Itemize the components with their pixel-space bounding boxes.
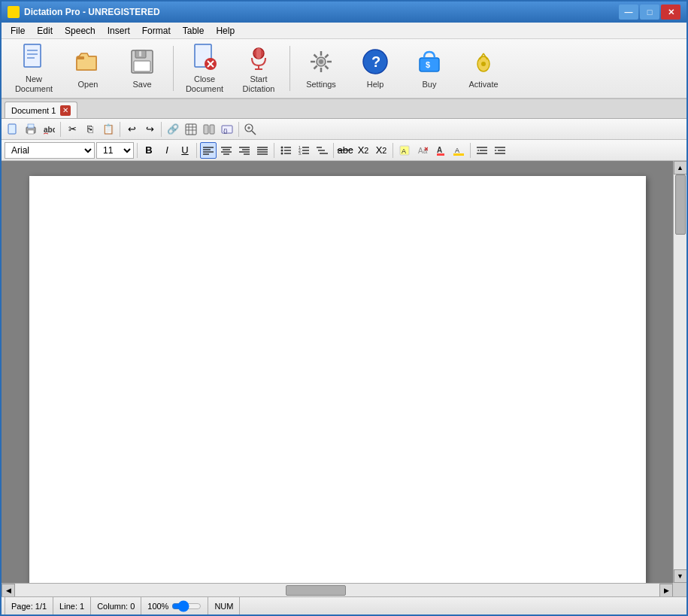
buy-button[interactable]: $ Buy [403,42,456,95]
save-button[interactable]: Save [116,42,168,95]
scroll-thumb[interactable] [675,174,686,235]
svg-text:A: A [437,146,442,154]
tb-paste-icon[interactable]: 📋 [100,121,117,138]
maximize-button[interactable]: □ [640,5,659,20]
menu-table[interactable]: Table [177,24,211,38]
menu-format[interactable]: Format [136,24,177,38]
italic-button[interactable]: I [159,142,175,159]
svg-rect-41 [186,124,196,135]
settings-icon [306,47,336,77]
fmt-sep-indent [470,143,471,158]
tb-link-icon[interactable]: 🔗 [165,121,181,138]
line-status: Line: 1 [53,597,91,614]
fmt-sep-1 [60,122,61,137]
new-document-button[interactable]: New Document [8,42,60,95]
fmt-sep-2 [120,122,120,137]
bullet-list-button[interactable] [277,142,294,159]
close-document-button[interactable]: Close Document [178,42,231,95]
menu-insert[interactable]: Insert [102,24,136,38]
activate-button[interactable]: Activate [457,42,510,95]
bold-button[interactable]: B [141,142,157,159]
scroll-left-button[interactable]: ◀ [2,584,15,597]
font-size-select[interactable]: 891011 12141618 2436 [96,142,134,159]
tb-zoom-icon[interactable] [242,121,259,138]
menu-bar: File Edit Speech Insert Format Table Hel… [2,23,686,39]
format-toolbar: Arial Times New Roman Courier New 891011… [2,140,686,161]
vertical-scrollbar[interactable]: ▲ ▼ [673,161,686,583]
secondary-toolbar: abc ✂ ⎘ 📋 ↩ ↪ 🔗 {} [2,119,686,140]
tb-new-icon[interactable] [5,121,21,138]
zoom-slider[interactable] [171,600,202,612]
font-color-button[interactable]: A [450,142,467,159]
justify-button[interactable] [254,142,271,159]
window-title: Dictation Pro - UNREGISTERED [24,7,160,17]
h-scroll-thumb[interactable] [286,585,346,596]
align-right-button[interactable] [236,142,253,159]
scroll-right-button[interactable]: ▶ [659,584,673,597]
svg-rect-38 [28,130,34,134]
align-center-button[interactable] [218,142,235,159]
tb-cols-icon[interactable] [201,121,217,138]
svg-line-25 [325,66,328,69]
tb-cut-icon[interactable]: ✂ [64,121,80,138]
svg-line-51 [252,131,256,135]
svg-point-72 [281,149,283,151]
horizontal-scrollbar[interactable]: ◀ ▶ [2,583,673,596]
save-icon [127,47,157,77]
svg-rect-93 [453,153,464,156]
buy-label: Buy [423,80,437,90]
tab-close-button[interactable]: ✕ [60,105,71,116]
subscript-button[interactable]: X2 [355,142,371,159]
underline-button[interactable]: U [177,142,193,159]
open-button[interactable]: Open [62,42,114,95]
tab-close-icon: ✕ [62,106,68,114]
start-dictation-button[interactable]: Start Dictation [232,42,285,95]
tb-table-icon[interactable] [183,121,199,138]
align-left-button[interactable] [200,142,217,159]
menu-speech[interactable]: Speech [59,24,102,38]
scroll-down-button[interactable]: ▼ [674,569,687,583]
close-document-label: Close Document [182,74,227,94]
highlight-button[interactable]: A [396,142,413,159]
tb-spell-icon[interactable]: abc [41,121,57,138]
menu-help[interactable]: Help [210,24,241,38]
tb-undo-icon[interactable]: ↩ [123,121,140,138]
multilevel-list-button[interactable] [314,142,330,159]
new-document-icon [19,43,49,71]
document-tab[interactable]: Document 1 ✕ [5,102,77,118]
settings-button[interactable]: Settings [295,42,347,95]
fmt-sep-bold [137,143,138,158]
scroll-track[interactable] [674,174,686,569]
numbered-list-button[interactable]: 1.2.3. [296,142,312,159]
strikethrough-button[interactable]: abc [337,142,353,159]
help-button[interactable]: ? Help [349,42,402,95]
svg-text:?: ? [371,53,380,70]
tb-fieldcodes-icon[interactable]: {} [219,121,235,138]
bottom-scroll-area: ◀ ▶ [2,583,686,596]
dictation-icon [244,43,274,71]
title-controls: — □ ✕ [619,5,680,20]
main-toolbar: New Document Open [2,39,686,99]
num-status: NUM [208,597,240,614]
tb-redo-icon[interactable]: ↪ [141,121,158,138]
clear-format-button[interactable]: Aa [414,142,431,159]
scroll-up-button[interactable]: ▲ [674,161,687,174]
h-scroll-track[interactable] [15,584,659,596]
close-button[interactable]: ✕ [661,5,680,20]
menu-file[interactable]: File [5,24,31,38]
svg-text:Aa: Aa [418,147,428,155]
superscript-button[interactable]: X2 [373,142,389,159]
font-name-select[interactable]: Arial Times New Roman Courier New [5,142,95,159]
minimize-button[interactable]: — [619,5,638,20]
text-color-button[interactable]: A [432,142,449,159]
outdent-button[interactable] [474,142,490,159]
menu-edit[interactable]: Edit [31,24,59,38]
document-page[interactable] [29,176,646,583]
svg-text:$: $ [426,60,430,69]
tb-print-icon[interactable] [23,121,39,138]
indent-button[interactable] [492,142,508,159]
help-icon: ? [360,47,390,77]
svg-text:A: A [455,147,459,154]
zoom-status: 100% [141,597,208,614]
tb-copy-icon[interactable]: ⎘ [82,121,99,138]
